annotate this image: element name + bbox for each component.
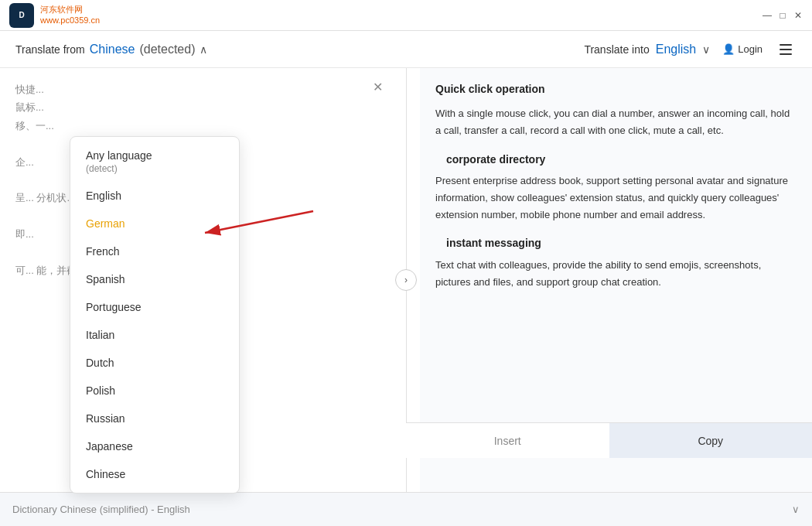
source-language[interactable]: Chinese [90, 43, 135, 56]
dictionary-label: Dictionary Chinese (simplified) - Englis… [12, 504, 786, 515]
dropdown-item-polish[interactable]: Polish [70, 377, 239, 405]
dropdown-item-any-language[interactable]: Any language(detect) [70, 142, 239, 182]
header-right: Translate into English ∨ 👤 Login [584, 39, 797, 60]
dropdown-item-spanish[interactable]: Spanish [70, 265, 239, 293]
language-dropdown: Any language(detect) English German Fren… [70, 136, 240, 494]
login-button[interactable]: 👤 Login [716, 40, 769, 58]
section-title-1: Quick click operation [435, 80, 797, 97]
section-messaging: instant messaging Text chat with colleag… [435, 234, 797, 291]
section-quick-click: Quick click operation With a single mous… [435, 80, 797, 140]
dropdown-item-german[interactable]: German [70, 210, 239, 237]
login-label: Login [738, 43, 763, 55]
section-corporate: corporate directory Present enterprise a… [435, 151, 797, 224]
target-lang-dropdown-arrow[interactable]: ∨ [702, 43, 710, 56]
header: Translate from Chinese (detected) ∧ Tran… [0, 31, 812, 68]
section-title-3: instant messaging [446, 234, 797, 251]
menu-button[interactable] [775, 39, 797, 60]
dropdown-item-english[interactable]: English [70, 182, 239, 210]
dropdown-item-french[interactable]: French [70, 237, 239, 265]
bottom-bar[interactable]: Dictionary Chinese (simplified) - Englis… [0, 492, 812, 526]
main-area: ✕ 快捷... 鼠标... 移、一... 企... 呈... 分机状... 即.… [0, 68, 812, 492]
titlebar-left: D 河东软件网 www.pc0359.cn [9, 3, 100, 28]
copy-button[interactable]: Copy [609, 423, 813, 458]
dropdown-item-chinese[interactable]: Chinese [70, 460, 239, 488]
target-language[interactable]: English [656, 43, 696, 56]
titlebar-controls: — □ ✕ [763, 11, 803, 20]
detected-label: (detected) [139, 43, 195, 56]
close-button[interactable]: ✕ [793, 11, 803, 20]
maximize-button[interactable]: □ [778, 11, 787, 20]
source-lang-dropdown-arrow[interactable]: ∧ [200, 43, 207, 56]
dropdown-item-russian[interactable]: Russian [70, 405, 239, 432]
minimize-button[interactable]: — [763, 11, 772, 20]
swap-languages-button[interactable]: › [395, 269, 417, 291]
clear-text-button[interactable]: ✕ [373, 77, 383, 97]
paragraph-3: Text chat with colleagues, provide the a… [435, 257, 797, 291]
titlebar: D 河东软件网 www.pc0359.cn — □ ✕ [0, 0, 812, 31]
paragraph-1: With a single mouse click, you can dial … [435, 105, 797, 139]
dropdown-item-italian[interactable]: Italian [70, 321, 239, 349]
action-buttons-bar: Insert Copy [406, 422, 812, 458]
translate-from-label: Translate from [15, 43, 85, 56]
watermark: 河东软件网 www.pc0359.cn [40, 5, 100, 25]
dropdown-item-portuguese[interactable]: Portuguese [70, 293, 239, 321]
insert-button[interactable]: Insert [406, 423, 609, 458]
user-icon: 👤 [722, 43, 735, 55]
translate-into-label: Translate into [584, 43, 649, 56]
bottom-arrow-icon[interactable]: ∨ [792, 504, 800, 515]
dropdown-item-japanese[interactable]: Japanese [70, 432, 239, 460]
section-title-2: corporate directory [446, 151, 797, 168]
dropdown-item-dutch[interactable]: Dutch [70, 349, 239, 377]
paragraph-2: Present enterprise address book, support… [435, 172, 797, 224]
translate-from-section: Translate from Chinese (detected) ∧ [15, 43, 207, 56]
deepl-logo: D [9, 3, 34, 28]
